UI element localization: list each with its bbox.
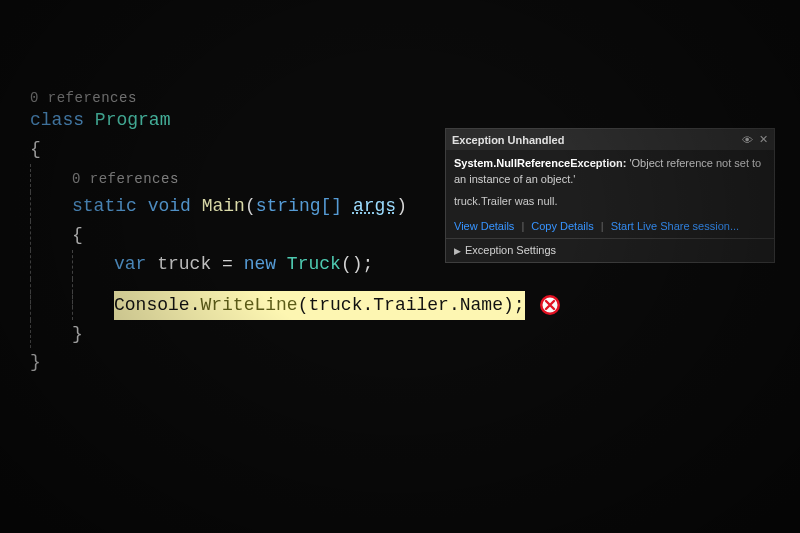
exception-unhandled-popup[interactable]: Exception Unhandled 👁 ✕ System.NullRefer… [445,128,775,263]
code-line: } [30,348,800,377]
exception-line: Console.WriteLine(truck.Trailer.Name); [30,291,800,320]
code-line: } [30,320,800,349]
view-details-link[interactable]: View Details [454,220,514,232]
exception-title: Exception Unhandled [452,134,564,146]
exception-detail: truck.Trailer was null. [454,194,766,210]
copy-details-link[interactable]: Copy Details [531,220,593,232]
exception-body: System.NullReferenceException: 'Object r… [446,150,774,218]
codelens-references[interactable]: 0 references [30,90,800,106]
pin-icon[interactable]: 👁 [742,134,753,146]
chevron-right-icon: ▶ [454,246,461,256]
exception-links: View Details | Copy Details | Start Live… [446,218,774,238]
exception-type: System.NullReferenceException: [454,157,626,169]
start-live-share-link[interactable]: Start Live Share session... [611,220,739,232]
error-icon[interactable] [539,294,561,316]
highlighted-error-line[interactable]: Console.WriteLine(truck.Trailer.Name); [114,291,525,320]
exception-popup-header[interactable]: Exception Unhandled 👁 ✕ [446,129,774,150]
exception-settings-toggle[interactable]: ▶Exception Settings [446,238,774,262]
close-icon[interactable]: ✕ [759,133,768,146]
codelens-references[interactable]: 0 references [72,171,179,187]
blank-line [30,279,800,291]
